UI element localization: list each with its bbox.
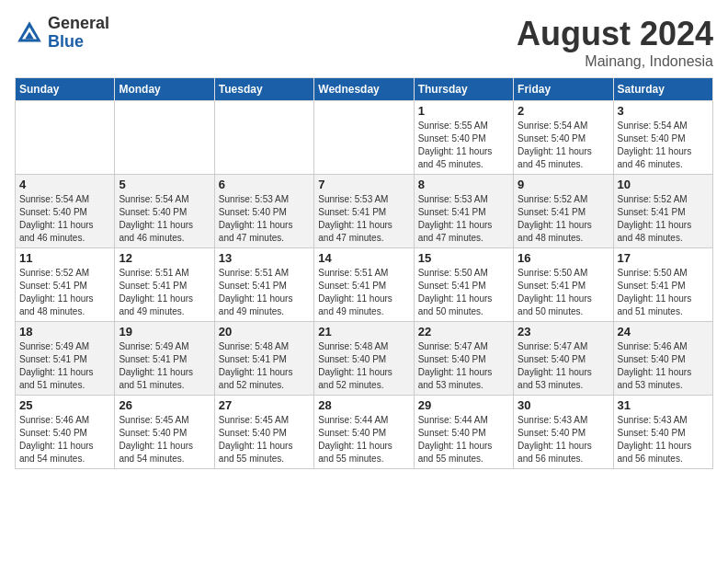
cell-info: Sunrise: 5:48 AM Sunset: 5:40 PM Dayligh… — [318, 340, 409, 392]
calendar-table: SundayMondayTuesdayWednesdayThursdayFrid… — [15, 77, 713, 469]
cell-info: Sunrise: 5:55 AM Sunset: 5:40 PM Dayligh… — [418, 120, 509, 171]
calendar-cell: 19Sunrise: 5:49 AM Sunset: 5:41 PM Dayli… — [115, 322, 214, 396]
calendar-cell: 15Sunrise: 5:50 AM Sunset: 5:41 PM Dayli… — [414, 248, 513, 322]
calendar-cell: 16Sunrise: 5:50 AM Sunset: 5:41 PM Dayli… — [514, 248, 613, 322]
header-saturday: Saturday — [613, 78, 712, 101]
logo-text: General Blue — [48, 15, 109, 52]
cell-info: Sunrise: 5:49 AM Sunset: 5:41 PM Dayligh… — [119, 340, 210, 392]
header-thursday: Thursday — [414, 78, 513, 101]
calendar-cell: 7Sunrise: 5:53 AM Sunset: 5:41 PM Daylig… — [314, 175, 414, 248]
logo-general-label: General — [48, 15, 109, 33]
calendar-cell: 22Sunrise: 5:47 AM Sunset: 5:40 PM Dayli… — [414, 322, 513, 396]
cell-day-number: 18 — [19, 325, 110, 339]
cell-info: Sunrise: 5:46 AM Sunset: 5:40 PM Dayligh… — [618, 340, 709, 392]
calendar-cell: 29Sunrise: 5:44 AM Sunset: 5:40 PM Dayli… — [414, 396, 513, 469]
cell-info: Sunrise: 5:48 AM Sunset: 5:41 PM Dayligh… — [219, 340, 310, 392]
cell-info: Sunrise: 5:54 AM Sunset: 5:40 PM Dayligh… — [19, 193, 110, 245]
cell-info: Sunrise: 5:44 AM Sunset: 5:40 PM Dayligh… — [418, 414, 509, 465]
cell-day-number: 30 — [518, 398, 609, 412]
cell-info: Sunrise: 5:52 AM Sunset: 5:41 PM Dayligh… — [618, 193, 709, 245]
cell-info: Sunrise: 5:51 AM Sunset: 5:41 PM Dayligh… — [318, 267, 409, 318]
location-label: Mainang, Indonesia — [517, 53, 713, 70]
cell-day-number: 6 — [219, 178, 310, 191]
cell-day-number: 8 — [418, 178, 509, 191]
cell-info: Sunrise: 5:50 AM Sunset: 5:41 PM Dayligh… — [418, 267, 509, 318]
calendar-cell: 18Sunrise: 5:49 AM Sunset: 5:41 PM Dayli… — [16, 322, 115, 396]
cell-day-number: 28 — [318, 398, 409, 412]
calendar-cell — [214, 101, 313, 175]
cell-day-number: 29 — [418, 398, 509, 412]
calendar-week-row: 1Sunrise: 5:55 AM Sunset: 5:40 PM Daylig… — [16, 101, 713, 175]
cell-day-number: 3 — [618, 104, 709, 118]
cell-day-number: 26 — [119, 398, 210, 412]
calendar-cell: 12Sunrise: 5:51 AM Sunset: 5:41 PM Dayli… — [115, 248, 214, 322]
cell-info: Sunrise: 5:43 AM Sunset: 5:40 PM Dayligh… — [618, 414, 709, 465]
cell-day-number: 15 — [418, 251, 509, 265]
calendar-cell: 5Sunrise: 5:54 AM Sunset: 5:40 PM Daylig… — [115, 175, 214, 248]
header-wednesday: Wednesday — [314, 78, 414, 101]
calendar-cell: 26Sunrise: 5:45 AM Sunset: 5:40 PM Dayli… — [115, 396, 214, 469]
cell-day-number: 4 — [19, 178, 110, 191]
calendar-cell: 9Sunrise: 5:52 AM Sunset: 5:41 PM Daylig… — [514, 175, 613, 248]
calendar-cell: 6Sunrise: 5:53 AM Sunset: 5:40 PM Daylig… — [214, 175, 313, 248]
cell-info: Sunrise: 5:49 AM Sunset: 5:41 PM Dayligh… — [19, 340, 110, 392]
cell-info: Sunrise: 5:54 AM Sunset: 5:40 PM Dayligh… — [518, 120, 609, 171]
calendar-week-row: 18Sunrise: 5:49 AM Sunset: 5:41 PM Dayli… — [16, 322, 713, 396]
calendar-cell: 20Sunrise: 5:48 AM Sunset: 5:41 PM Dayli… — [214, 322, 313, 396]
cell-info: Sunrise: 5:52 AM Sunset: 5:41 PM Dayligh… — [19, 267, 110, 318]
calendar-week-row: 4Sunrise: 5:54 AM Sunset: 5:40 PM Daylig… — [16, 175, 713, 248]
calendar-cell: 25Sunrise: 5:46 AM Sunset: 5:40 PM Dayli… — [16, 396, 115, 469]
calendar-cell: 8Sunrise: 5:53 AM Sunset: 5:41 PM Daylig… — [414, 175, 513, 248]
calendar-cell: 24Sunrise: 5:46 AM Sunset: 5:40 PM Dayli… — [613, 322, 712, 396]
header-sunday: Sunday — [16, 78, 115, 101]
cell-day-number: 12 — [119, 251, 210, 265]
header-monday: Monday — [115, 78, 214, 101]
cell-info: Sunrise: 5:53 AM Sunset: 5:41 PM Dayligh… — [318, 193, 409, 245]
cell-day-number: 20 — [219, 325, 310, 339]
calendar-cell — [115, 101, 214, 175]
cell-day-number: 9 — [518, 178, 609, 191]
cell-day-number: 22 — [418, 325, 509, 339]
cell-day-number: 31 — [618, 398, 709, 412]
cell-day-number: 16 — [518, 251, 609, 265]
title-block: August 2024 Mainang, Indonesia — [517, 15, 713, 70]
calendar-cell: 23Sunrise: 5:47 AM Sunset: 5:40 PM Dayli… — [514, 322, 613, 396]
calendar-cell: 11Sunrise: 5:52 AM Sunset: 5:41 PM Dayli… — [16, 248, 115, 322]
cell-day-number: 11 — [19, 251, 110, 265]
calendar-cell: 30Sunrise: 5:43 AM Sunset: 5:40 PM Dayli… — [514, 396, 613, 469]
header-friday: Friday — [514, 78, 613, 101]
logo-icon — [15, 18, 44, 48]
cell-info: Sunrise: 5:45 AM Sunset: 5:40 PM Dayligh… — [219, 414, 310, 465]
cell-info: Sunrise: 5:45 AM Sunset: 5:40 PM Dayligh… — [119, 414, 210, 465]
calendar-cell: 4Sunrise: 5:54 AM Sunset: 5:40 PM Daylig… — [16, 175, 115, 248]
cell-day-number: 13 — [219, 251, 310, 265]
cell-day-number: 14 — [318, 251, 409, 265]
cell-info: Sunrise: 5:50 AM Sunset: 5:41 PM Dayligh… — [618, 267, 709, 318]
cell-day-number: 7 — [318, 178, 409, 191]
cell-info: Sunrise: 5:54 AM Sunset: 5:40 PM Dayligh… — [119, 193, 210, 245]
cell-day-number: 1 — [418, 104, 509, 118]
cell-info: Sunrise: 5:53 AM Sunset: 5:40 PM Dayligh… — [219, 193, 310, 245]
cell-info: Sunrise: 5:43 AM Sunset: 5:40 PM Dayligh… — [518, 414, 609, 465]
page-header: General Blue August 2024 Mainang, Indone… — [15, 15, 713, 70]
logo: General Blue — [15, 15, 109, 52]
calendar-cell: 28Sunrise: 5:44 AM Sunset: 5:40 PM Dayli… — [314, 396, 414, 469]
cell-day-number: 2 — [518, 104, 609, 118]
calendar-cell: 14Sunrise: 5:51 AM Sunset: 5:41 PM Dayli… — [314, 248, 414, 322]
calendar-week-row: 25Sunrise: 5:46 AM Sunset: 5:40 PM Dayli… — [16, 396, 713, 469]
calendar-cell: 10Sunrise: 5:52 AM Sunset: 5:41 PM Dayli… — [613, 175, 712, 248]
cell-info: Sunrise: 5:54 AM Sunset: 5:40 PM Dayligh… — [618, 120, 709, 171]
cell-day-number: 17 — [618, 251, 709, 265]
cell-day-number: 10 — [618, 178, 709, 191]
header-tuesday: Tuesday — [214, 78, 313, 101]
calendar-cell: 27Sunrise: 5:45 AM Sunset: 5:40 PM Dayli… — [214, 396, 313, 469]
month-title: August 2024 — [517, 15, 713, 53]
calendar-cell — [314, 101, 414, 175]
cell-info: Sunrise: 5:53 AM Sunset: 5:41 PM Dayligh… — [418, 193, 509, 245]
cell-day-number: 27 — [219, 398, 310, 412]
cell-info: Sunrise: 5:47 AM Sunset: 5:40 PM Dayligh… — [418, 340, 509, 392]
calendar-cell: 21Sunrise: 5:48 AM Sunset: 5:40 PM Dayli… — [314, 322, 414, 396]
logo-blue-label: Blue — [48, 33, 109, 52]
cell-info: Sunrise: 5:50 AM Sunset: 5:41 PM Dayligh… — [518, 267, 609, 318]
cell-info: Sunrise: 5:51 AM Sunset: 5:41 PM Dayligh… — [219, 267, 310, 318]
